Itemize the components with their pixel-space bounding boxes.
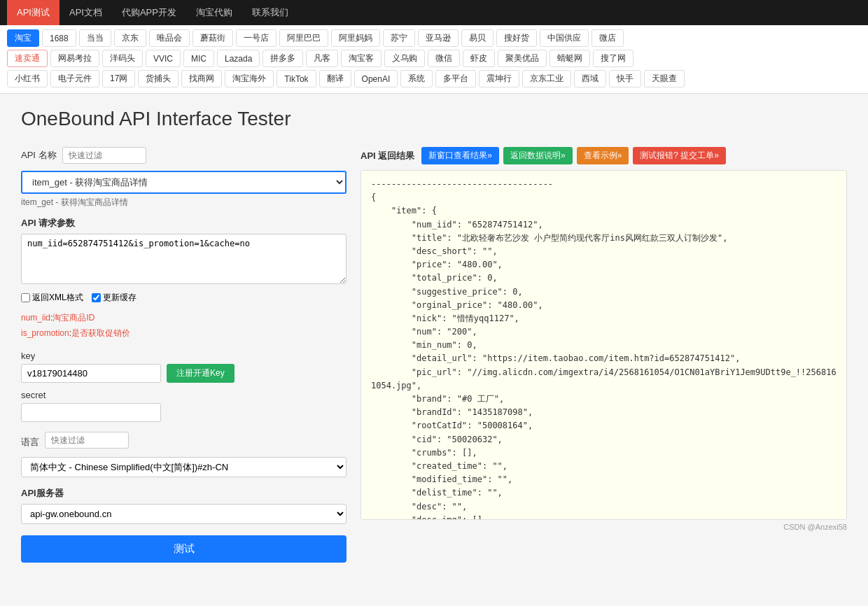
nav-app-dev[interactable]: 代购APP开发 [112, 0, 186, 25]
cat-amazon[interactable]: 亚马逊 [418, 29, 458, 47]
cat-mic[interactable]: MIC [183, 50, 214, 67]
cat-ebay[interactable]: 易贝 [461, 29, 493, 47]
cache-checkbox[interactable] [92, 293, 101, 302]
params-textarea[interactable]: num_iid=652874751412&is_promotion=1&cach… [21, 234, 346, 284]
lang-row: 语言 [21, 432, 346, 453]
key-label: key [21, 351, 346, 361]
category-row-3: 小红书 电子元件 17网 货捕头 找商网 淘宝海外 TikTok 翻译 Open… [7, 70, 861, 87]
key-row: 注册开通Key [21, 364, 346, 383]
server-select[interactable]: api-gw.onebound.cn [21, 504, 346, 524]
example-button[interactable]: 查看示例» [577, 147, 629, 164]
key-input[interactable] [21, 364, 161, 383]
param-hint-1-key: num_iid [21, 313, 50, 323]
cat-openai[interactable]: OpenAI [354, 70, 398, 87]
api-description: item_get - 获得淘宝商品详情 [21, 197, 346, 209]
cat-dangdang[interactable]: 当当 [79, 29, 111, 47]
report-button[interactable]: 测试报错? 提交工单» [633, 147, 726, 164]
cat-fanke[interactable]: 凡客 [306, 50, 338, 67]
cat-alimama[interactable]: 阿里妈妈 [331, 29, 380, 47]
category-bar: 淘宝 1688 当当 京东 唯品会 蘑菇街 一号店 阿里巴巴 阿里妈妈 苏宁 亚… [0, 25, 868, 94]
cat-kaola[interactable]: 网易考拉 [50, 50, 99, 67]
top-navigation: API测试 API文档 代购APP开发 淘宝代购 联系我们 [0, 0, 868, 25]
test-button[interactable]: 测试 [21, 535, 346, 563]
secret-label: secret [21, 390, 346, 400]
data-doc-button[interactable]: 返回数据说明» [503, 147, 573, 164]
cat-tianyancha[interactable]: 天眼查 [644, 70, 685, 87]
xml-checkbox-label[interactable]: 返回XML格式 [21, 292, 83, 304]
param-hint-2-desc: 是否获取促销价 [71, 328, 130, 338]
cat-alibaba[interactable]: 阿里巴巴 [279, 29, 328, 47]
new-window-button[interactable]: 新窗口查看结果» [421, 147, 499, 164]
cat-xiaohongshu[interactable]: 小红书 [7, 70, 48, 87]
cat-1688[interactable]: 1688 [42, 29, 76, 47]
cat-taobao[interactable]: 淘宝 [7, 29, 39, 47]
left-panel: API 名称 item_get - 获得淘宝商品详情 item_get - 获得… [21, 147, 346, 563]
server-label: API服务器 [21, 487, 346, 500]
main-layout: API 名称 item_get - 获得淘宝商品详情 item_get - 获得… [21, 147, 847, 563]
cat-taobao-overseas[interactable]: 淘宝海外 [225, 70, 274, 87]
cat-system[interactable]: 系统 [400, 70, 433, 87]
cat-weidian[interactable]: 微店 [592, 29, 624, 47]
lang-filter-input[interactable] [45, 432, 129, 449]
nav-contact[interactable]: 联系我们 [242, 0, 298, 25]
param-hint-2-key: is_promotion [21, 328, 69, 338]
cat-qingting[interactable]: 蜻蜓网 [550, 50, 590, 67]
api-select[interactable]: item_get - 获得淘宝商品详情 [21, 171, 346, 194]
result-title: API 返回结果 [360, 150, 414, 162]
lang-label: 语言 [21, 436, 39, 449]
api-filter-input[interactable] [62, 147, 146, 164]
secret-input[interactable] [21, 403, 161, 422]
page-title: OneBound API Interface Tester [21, 108, 847, 130]
api-name-row: API 名称 [21, 147, 346, 164]
checkbox-row: 返回XML格式 更新缓存 [21, 292, 346, 304]
right-panel: API 返回结果 新窗口查看结果» 返回数据说明» 查看示例» 测试报错? 提交… [360, 147, 847, 563]
cat-pinduoduo[interactable]: 拼多多 [262, 50, 303, 67]
nav-api-doc[interactable]: API文档 [59, 0, 112, 25]
cat-tiktok[interactable]: TikTok [276, 70, 316, 87]
cat-xiyu[interactable]: 西域 [574, 70, 606, 87]
api-name-label: API 名称 [21, 149, 57, 162]
param-hint-2: is_promotion:是否获取促销价 [21, 326, 346, 341]
param-hint-1: num_iid:淘宝商品ID [21, 311, 346, 326]
cat-taobao-ke[interactable]: 淘宝客 [341, 50, 382, 67]
cat-souhao[interactable]: 搜好货 [496, 29, 537, 47]
cat-yiwu[interactable]: 义乌购 [384, 50, 425, 67]
main-content: OneBound API Interface Tester API 名称 ite… [0, 94, 868, 577]
cat-kuaishou[interactable]: 快手 [609, 70, 641, 87]
params-label: API 请求参数 [21, 217, 346, 230]
category-row-2: 速卖通 网易考拉 洋码头 VVIC MIC Lazada 拼多多 凡客 淘宝客 … [7, 50, 861, 67]
cat-huobotou[interactable]: 货捕头 [138, 70, 178, 87]
cat-weixin[interactable]: 微信 [428, 50, 460, 67]
cat-yangmato[interactable]: 洋码头 [102, 50, 143, 67]
xml-checkbox[interactable] [21, 293, 30, 302]
cat-sumai[interactable]: 速卖通 [7, 50, 48, 67]
cat-mogu[interactable]: 蘑菇街 [192, 29, 233, 47]
param-hint-1-desc: 淘宝商品ID [52, 313, 94, 323]
cat-zhenkun[interactable]: 震坤行 [479, 70, 519, 87]
result-box[interactable]: ------------------------------------ { "… [360, 170, 847, 520]
cat-vvic[interactable]: VVIC [146, 50, 181, 67]
category-row-1: 淘宝 1688 当当 京东 唯品会 蘑菇街 一号店 阿里巴巴 阿里妈妈 苏宁 亚… [7, 29, 861, 47]
nav-taobao-proxy[interactable]: 淘宝代购 [186, 0, 242, 25]
cat-jumei[interactable]: 聚美优品 [498, 50, 547, 67]
cat-lazada[interactable]: Lazada [217, 50, 260, 67]
cat-17wang[interactable]: 17网 [102, 70, 135, 87]
cat-zhaoshang[interactable]: 找商网 [181, 70, 222, 87]
cat-translate[interactable]: 翻译 [319, 70, 351, 87]
cache-checkbox-label[interactable]: 更新缓存 [92, 292, 136, 304]
cat-multiplatform[interactable]: 多平台 [435, 70, 476, 87]
footer-note: CSDN @Anzexi58 [360, 523, 847, 531]
param-hints: num_iid:淘宝商品ID is_promotion:是否获取促销价 [21, 311, 346, 341]
cat-yihao[interactable]: 一号店 [236, 29, 276, 47]
cat-jd[interactable]: 京东 [114, 29, 146, 47]
cat-china-supply[interactable]: 中国供应 [540, 29, 589, 47]
cat-vip[interactable]: 唯品会 [149, 29, 190, 47]
cat-dianziyuanjian[interactable]: 电子元件 [50, 70, 99, 87]
cat-suning[interactable]: 苏宁 [383, 29, 415, 47]
nav-api-test[interactable]: API测试 [7, 0, 59, 25]
cat-xiapi[interactable]: 虾皮 [463, 50, 495, 67]
cat-jd-industrial[interactable]: 京东工业 [522, 70, 571, 87]
register-key-button[interactable]: 注册开通Key [167, 364, 234, 383]
cat-soule[interactable]: 搜了网 [593, 50, 634, 67]
lang-select[interactable]: 简体中文 - Chinese Simplified(中文[简体])#zh-CN [21, 457, 346, 477]
